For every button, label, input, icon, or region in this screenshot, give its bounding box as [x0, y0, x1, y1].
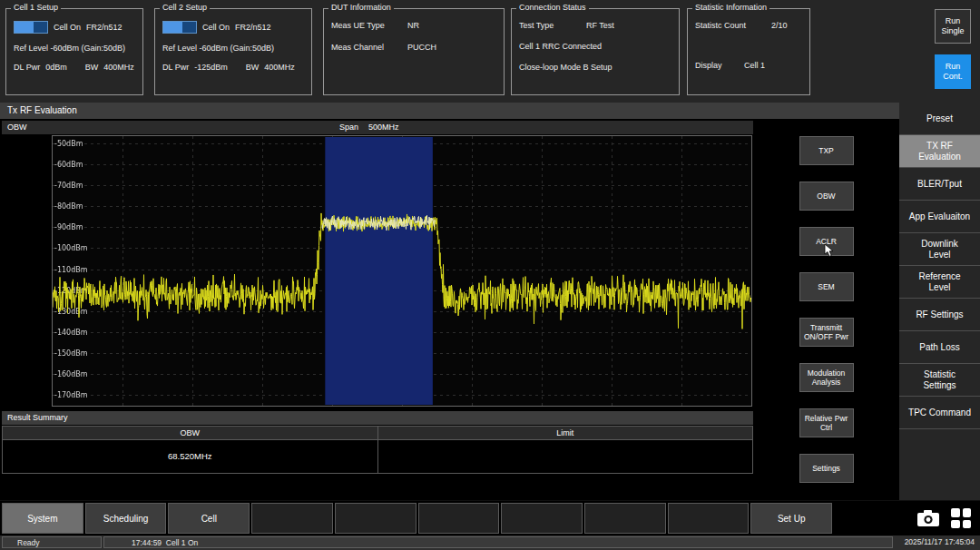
cell1-dl-pwr-value: 0dBm: [45, 63, 67, 72]
measurement-button[interactable]: Transmitt ON/OFF Pwr: [799, 318, 854, 347]
measurement-button[interactable]: Modulation Analysis: [799, 363, 854, 392]
measurement-button[interactable]: TXP: [799, 136, 854, 165]
bottom-tab[interactable]: [251, 503, 333, 534]
cell1-bw-value: 400MHz: [103, 63, 134, 72]
cell2-status: Cell On: [202, 23, 230, 32]
meas-ue-type-value: NR: [407, 21, 419, 30]
cell1-dl-pwr-label: DL Pwr: [14, 63, 40, 72]
measurement-button[interactable]: OBW: [799, 182, 854, 211]
dut-information-panel: DUT Information Meas UE Type NR Meas Cha…: [323, 8, 505, 95]
sidebar-item[interactable]: Statistic Settings: [899, 364, 980, 397]
sidebar-item[interactable]: TX RF Evaluation: [899, 135, 980, 168]
statistic-count-value: 2/10: [771, 21, 788, 30]
rrc-status: Cell 1 RRC Connected: [519, 42, 671, 51]
cell2-dl-pwr-value: -125dBm: [194, 63, 228, 72]
bottom-tab[interactable]: [501, 503, 583, 534]
top-status-area: Cell 1 Setup Cell On FR2/n512 Ref Level …: [0, 0, 980, 103]
sidebar-item[interactable]: BLER/Tput: [899, 168, 980, 201]
statistic-information-panel: Statistic Information Statistc Count 2/1…: [687, 8, 810, 95]
span-value: 500MHz: [368, 121, 399, 134]
dut-panel-title: DUT Information: [328, 3, 394, 12]
sidebar-item[interactable]: Path Loss: [899, 331, 980, 364]
sidebar-item[interactable]: Reference Level: [899, 266, 980, 299]
sidebar-item[interactable]: RF Settings: [899, 299, 980, 331]
display-cell-value: Cell 1: [744, 61, 765, 70]
function-sidebar: PresetTX RF EvaluationBLER/TputApp Evalu…: [899, 103, 980, 500]
bottom-tab-bar: SystemSchedulingCellSet Up: [0, 501, 980, 535]
measurement-button[interactable]: Relative Pwr Ctrl: [799, 408, 854, 437]
cell1-level-bar: [14, 21, 48, 34]
statistic-panel-title: Statistic Information: [692, 3, 769, 12]
cell1-bw-label: BW: [85, 63, 99, 72]
screenshot-camera-icon[interactable]: [916, 509, 940, 527]
loop-mode-status: Close-loop Mode B Setup: [519, 63, 671, 72]
bottom-tab[interactable]: System: [2, 503, 83, 534]
statistic-count-label: Statistc Count: [695, 21, 766, 30]
cell2-dl-pwr-label: DL Pwr: [162, 63, 189, 72]
bottom-tab[interactable]: Cell: [168, 503, 250, 534]
status-event: 17:44:59 Cell 1 On: [103, 536, 893, 548]
run-single-button[interactable]: Run Single: [935, 9, 971, 44]
cell1-ref-level: Ref Level -60dBm (Gain:50dB): [14, 44, 135, 53]
sidebar-item[interactable]: Downlink Level: [899, 233, 980, 266]
measurement-button[interactable]: Settings: [799, 454, 854, 483]
result-col-header-obw: OBW: [2, 426, 378, 440]
cell1-band: FR2/n512: [86, 23, 122, 32]
spectrum-canvas: [53, 136, 751, 406]
test-type-value: RF Test: [586, 21, 614, 30]
status-bar: Ready 17:44:59 Cell 1 On 2025/11/17 17:4…: [0, 535, 980, 550]
test-type-label: Test Type: [519, 21, 581, 30]
app-grid-icon[interactable]: [951, 508, 971, 528]
measurement-area: OBW Span 500MHz Result Summary OBW Limit…: [0, 119, 899, 500]
result-table: OBW Limit 68.520MHz: [2, 426, 753, 474]
bottom-tab[interactable]: Scheduling: [85, 503, 167, 534]
tab-strip: SystemSchedulingCellSet Up: [2, 503, 832, 534]
measurement-button[interactable]: ACLR: [799, 227, 854, 256]
measurement-mode-label: OBW: [7, 121, 27, 134]
bottom-tab[interactable]: Set Up: [750, 503, 832, 534]
status-state: Ready: [2, 536, 102, 548]
cell1-panel-title: Cell 1 Setup: [11, 3, 61, 12]
display-cell-label: Display: [695, 61, 739, 70]
bottom-tab[interactable]: [584, 503, 666, 534]
result-col-header-limit: Limit: [378, 426, 754, 440]
run-continuous-button[interactable]: Run Cont.: [935, 54, 971, 89]
limit-result-value: [378, 440, 754, 474]
measurement-button[interactable]: SEM: [799, 272, 854, 301]
meas-channel-value: PUCCH: [407, 43, 436, 52]
measurement-screen-title: Tx RF Evaluation: [0, 103, 899, 119]
span-label: Span: [339, 121, 358, 134]
sidebar-item[interactable]: Preset: [899, 103, 980, 135]
cell2-panel-title: Cell 2 Setup: [160, 3, 210, 12]
connection-panel-title: Connection Status: [516, 3, 589, 12]
obw-result-value: 68.520MHz: [2, 440, 378, 474]
cell2-band: FR2/n512: [235, 23, 271, 32]
meas-channel-label: Meas Channel: [331, 43, 402, 52]
result-summary-title: Result Summary: [2, 411, 753, 425]
bottom-tab[interactable]: [668, 503, 750, 534]
measurement-button-column: TXPOBWACLRSEMTransmitt ON/OFF PwrModulat…: [753, 119, 899, 500]
cell2-setup-panel: Cell 2 Setup Cell On FR2/n512 Ref Level …: [154, 8, 312, 95]
spectrum-plot: [52, 135, 752, 407]
sidebar-item[interactable]: TPC Command: [899, 397, 980, 429]
cell1-status: Cell On: [54, 23, 81, 32]
plot-header-strip: OBW Span 500MHz: [2, 121, 753, 134]
cell2-bw-value: 400MHz: [264, 63, 295, 72]
cell1-setup-panel: Cell 1 Setup Cell On FR2/n512 Ref Level …: [5, 8, 143, 95]
bottom-tab[interactable]: [418, 503, 500, 534]
cell2-bw-label: BW: [246, 63, 260, 72]
sidebar-item[interactable]: App Evaluaiton: [899, 201, 980, 233]
connection-status-panel: Connection Status Test Type RF Test Cell…: [511, 8, 680, 95]
meas-ue-type-label: Meas UE Type: [331, 21, 402, 30]
cell2-ref-level: Ref Level -60dBm (Gain:50dB): [162, 44, 304, 53]
status-datetime: 2025/11/17 17:45:04: [895, 536, 978, 548]
cell2-level-bar: [162, 21, 197, 34]
bottom-tab[interactable]: [335, 503, 416, 534]
